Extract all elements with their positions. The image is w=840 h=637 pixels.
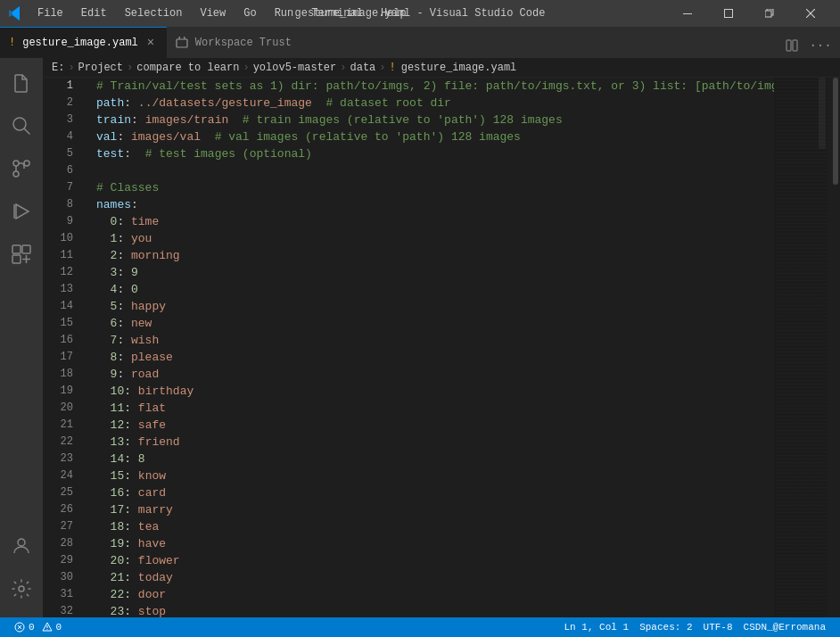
breadcrumb-file[interactable]: gesture_image.yaml bbox=[401, 62, 517, 74]
activity-source-control[interactable] bbox=[0, 147, 43, 190]
tab-close-button[interactable]: × bbox=[144, 36, 158, 50]
activity-accounts[interactable] bbox=[0, 525, 43, 567]
breadcrumb-item[interactable]: compare to learn bbox=[136, 62, 239, 74]
line-number: 2 bbox=[43, 95, 82, 112]
code-line: 21: today bbox=[96, 569, 774, 586]
line-number: 17 bbox=[43, 349, 82, 366]
code-line: 18: tea bbox=[96, 518, 774, 535]
activity-settings[interactable] bbox=[0, 567, 43, 610]
tab-bar-actions: ··· bbox=[772, 33, 840, 58]
split-editor-button[interactable] bbox=[779, 33, 804, 58]
svg-rect-0 bbox=[683, 13, 692, 14]
line-number: 25 bbox=[43, 484, 82, 501]
tab-warning-icon: ! bbox=[9, 37, 15, 49]
svg-rect-1 bbox=[725, 10, 733, 18]
code-line: 17: marry bbox=[96, 501, 774, 518]
menu-edit[interactable]: Edit bbox=[74, 5, 114, 21]
code-line: # Train/val/test sets as 1) dir: path/to… bbox=[96, 78, 774, 95]
workspace-icon bbox=[176, 37, 188, 49]
code-line: 8: please bbox=[96, 349, 774, 366]
svg-rect-18 bbox=[12, 255, 21, 263]
svg-point-19 bbox=[18, 539, 25, 546]
menu-file[interactable]: File bbox=[30, 5, 70, 21]
editor-area[interactable]: 1 2 3 4 5 6 7 8 9 10 11 12 13 14 15 16 1… bbox=[43, 78, 840, 617]
code-line bbox=[96, 162, 774, 179]
breadcrumb-item[interactable]: yolov5-master bbox=[253, 62, 337, 74]
svg-rect-7 bbox=[786, 40, 791, 51]
minimap bbox=[774, 78, 828, 617]
main-area: E: › Project › compare to learn › yolov5… bbox=[0, 58, 840, 617]
line-number: 4 bbox=[43, 128, 82, 145]
position-label: Ln 1, Col 1 bbox=[564, 622, 630, 633]
code-line: 14: 8 bbox=[96, 451, 774, 467]
svg-line-10 bbox=[25, 129, 30, 135]
encoding-label: UTF-8 bbox=[704, 622, 733, 633]
restore-button[interactable] bbox=[749, 0, 790, 27]
scrollbar-thumb[interactable] bbox=[833, 78, 838, 185]
line-number: 19 bbox=[43, 383, 82, 400]
breadcrumb-item[interactable]: data bbox=[350, 62, 375, 74]
code-line: test: # test images (optional) bbox=[96, 145, 774, 162]
code-line: 19: have bbox=[96, 535, 774, 552]
line-number: 29 bbox=[43, 552, 82, 569]
svg-rect-6 bbox=[177, 39, 187, 47]
activity-bar bbox=[0, 58, 43, 617]
status-position[interactable]: Ln 1, Col 1 bbox=[559, 617, 635, 637]
tab-gesture-yaml[interactable]: ! gesture_image.yaml × bbox=[0, 27, 167, 58]
svg-marker-14 bbox=[16, 204, 29, 219]
more-actions-button[interactable]: ··· bbox=[808, 33, 833, 58]
breadcrumb-item[interactable]: Project bbox=[78, 62, 123, 74]
tab-workspace-trust[interactable]: Workspace Trust bbox=[167, 27, 301, 58]
menu-selection[interactable]: Selection bbox=[118, 5, 190, 21]
line-number: 32 bbox=[43, 603, 82, 617]
line-number: 30 bbox=[43, 569, 82, 586]
status-user[interactable]: CSDN_@Erromana bbox=[738, 617, 831, 637]
line-number: 14 bbox=[43, 298, 82, 315]
breadcrumb-item[interactable]: E: bbox=[52, 62, 64, 74]
activity-extensions[interactable] bbox=[0, 233, 43, 276]
vertical-scrollbar[interactable] bbox=[828, 78, 840, 617]
status-spaces[interactable]: Spaces: 2 bbox=[634, 617, 697, 637]
code-content[interactable]: # Train/val/test sets as 1) dir: path/to… bbox=[89, 78, 774, 617]
svg-rect-16 bbox=[12, 245, 21, 253]
code-line: # Classes bbox=[96, 179, 774, 196]
line-number: 23 bbox=[43, 451, 82, 467]
svg-rect-3 bbox=[765, 11, 771, 17]
line-number: 5 bbox=[43, 145, 82, 162]
line-number: 31 bbox=[43, 586, 82, 603]
tab-label: gesture_image.yaml bbox=[22, 37, 138, 49]
close-button[interactable] bbox=[790, 0, 831, 27]
code-line: 0: time bbox=[96, 213, 774, 230]
menu-go[interactable]: Go bbox=[236, 5, 263, 21]
code-line: 5: happy bbox=[96, 298, 774, 315]
status-right: Ln 1, Col 1 Spaces: 2 UTF-8 CSDN_@Erroma… bbox=[559, 617, 831, 637]
svg-point-20 bbox=[19, 586, 24, 592]
line-number: 3 bbox=[43, 112, 82, 128]
line-number: 27 bbox=[43, 518, 82, 535]
svg-point-13 bbox=[24, 161, 29, 166]
activity-explorer[interactable] bbox=[0, 62, 43, 104]
svg-rect-8 bbox=[793, 40, 797, 51]
code-line: 10: birthday bbox=[96, 383, 774, 400]
code-line: 12: safe bbox=[96, 417, 774, 434]
line-number: 16 bbox=[43, 332, 82, 349]
status-encoding[interactable]: UTF-8 bbox=[698, 617, 738, 637]
tab-workspace-label: Workspace Trust bbox=[195, 37, 292, 49]
user-label: CSDN_@Erromana bbox=[744, 622, 826, 633]
maximize-button[interactable] bbox=[708, 0, 749, 27]
activity-run[interactable] bbox=[0, 190, 43, 233]
activity-search[interactable] bbox=[0, 104, 43, 147]
status-errors[interactable]: 0 0 bbox=[9, 617, 67, 637]
line-number: 22 bbox=[43, 434, 82, 451]
breadcrumb: E: › Project › compare to learn › yolov5… bbox=[43, 58, 840, 78]
code-line: 2: morning bbox=[96, 247, 774, 264]
line-number: 21 bbox=[43, 417, 82, 434]
app-icon bbox=[9, 6, 23, 21]
code-line: 15: know bbox=[96, 467, 774, 484]
activity-bar-bottom bbox=[0, 525, 43, 617]
code-line: 6: new bbox=[96, 315, 774, 332]
code-line: 11: flat bbox=[96, 400, 774, 417]
line-number: 9 bbox=[43, 213, 82, 230]
minimize-button[interactable] bbox=[667, 0, 708, 27]
menu-view[interactable]: View bbox=[193, 5, 233, 21]
